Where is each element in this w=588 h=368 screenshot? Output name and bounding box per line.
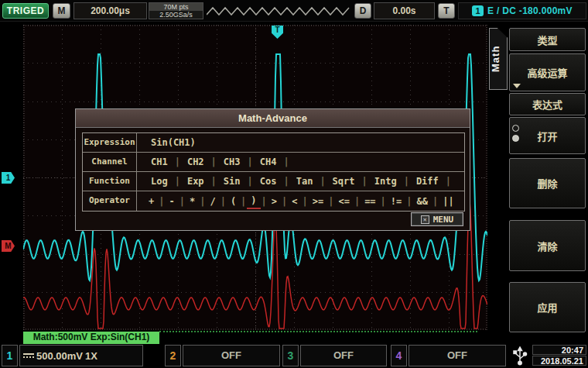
- expression-row: Expression Sin(CH1): [83, 133, 464, 153]
- option-+[interactable]: +: [145, 194, 158, 208]
- option-==[interactable]: ==: [361, 194, 379, 208]
- option-separator: |: [361, 176, 368, 187]
- sidebar-button-advanced-math[interactable]: 高级运算: [509, 53, 586, 91]
- sidebar-button-expression[interactable]: 表达式: [509, 93, 586, 115]
- option-<=[interactable]: <=: [334, 194, 353, 208]
- memory-depth: 70M pts: [149, 3, 203, 11]
- option->[interactable]: >: [268, 194, 281, 208]
- menu-button-label: MENU: [433, 215, 454, 225]
- chevron-down-icon: [513, 84, 521, 88]
- math-advance-dialog: Math-Advance Expression Sin(CH1) Channel…: [75, 108, 470, 231]
- option-CH3[interactable]: CH3: [217, 155, 247, 169]
- option-Log[interactable]: Log: [145, 174, 174, 188]
- math-level-marker[interactable]: M: [2, 240, 15, 252]
- option-separator: |: [405, 196, 412, 207]
- sample-rate: 2.50GSa/s: [149, 11, 203, 19]
- option-/[interactable]: /: [206, 194, 219, 208]
- expression-label: Expression: [83, 133, 137, 152]
- option-separator: |: [174, 156, 181, 167]
- ch3-status-box[interactable]: OFF: [300, 345, 387, 366]
- trigger-source-badge: 1: [472, 5, 484, 16]
- function-label: Function: [83, 172, 137, 191]
- option-separator: |: [240, 196, 247, 207]
- option-separator: |: [319, 176, 326, 187]
- option-separator: |: [174, 176, 181, 187]
- ch3-badge[interactable]: 3: [282, 345, 299, 366]
- sidebar-button-open[interactable]: 打开: [509, 117, 586, 154]
- option-([interactable]: (: [227, 194, 240, 208]
- radio-indicator: [512, 125, 519, 142]
- option-CH2[interactable]: CH2: [181, 155, 210, 169]
- option-Sin[interactable]: Sin: [217, 174, 247, 188]
- option-separator: |: [220, 196, 227, 207]
- menu-button[interactable]: ✕ MENU: [411, 212, 463, 226]
- ch4-badge[interactable]: 4: [391, 345, 407, 366]
- dialog-table: Expression Sin(CH1) Channel CH1|CH2|CH3|…: [82, 132, 465, 212]
- delay-readout[interactable]: 0.00s: [374, 2, 435, 19]
- option-&&[interactable]: &&: [413, 194, 432, 208]
- option-separator: |: [210, 176, 217, 187]
- trigger-menu-button[interactable]: T: [438, 3, 455, 19]
- option-Sin(CH1)[interactable]: Sin(CH1): [145, 136, 202, 150]
- top-status-bar: TRIGED M 200.00μs 70M pts 2.50GSa/s D 0.…: [0, 0, 588, 22]
- option-separator: |: [302, 196, 309, 207]
- delay-menu-button[interactable]: D: [354, 3, 371, 19]
- option-)[interactable]: ): [247, 194, 260, 209]
- option-Tan[interactable]: Tan: [290, 174, 320, 188]
- option-separator: |: [158, 196, 165, 207]
- option-Diff[interactable]: Diff: [410, 174, 445, 188]
- ch2-status-box[interactable]: OFF: [183, 345, 280, 366]
- ch1-status-box[interactable]: 500.00mV 1X: [19, 345, 143, 366]
- option-separator: |: [282, 176, 289, 187]
- timebase-readout[interactable]: 200.00μs: [74, 2, 147, 19]
- math-status-badge: Math:500mV Exp:Sin(CH1): [23, 332, 159, 344]
- option-separator: |: [247, 176, 254, 187]
- operator-label: Operator: [83, 191, 137, 211]
- sidebar-button-apply[interactable]: 应用: [509, 282, 586, 332]
- sidebar-button-delete[interactable]: 删除: [509, 158, 586, 208]
- option-separator: |: [281, 196, 288, 207]
- option-Sqrt[interactable]: Sqrt: [326, 174, 361, 188]
- option-!=[interactable]: !=: [387, 194, 405, 208]
- option-separator: |: [327, 196, 334, 207]
- ch4-status-box[interactable]: OFF: [409, 345, 506, 366]
- function-options[interactable]: Log|Exp|Sin|Cos|Tan|Sqrt|Intg|Diff|: [137, 172, 464, 191]
- acquisition-readout: 70M pts 2.50GSa/s: [149, 2, 203, 19]
- open-label: 打开: [537, 129, 557, 143]
- usb-icon: [511, 346, 529, 366]
- sidebar-button-clear[interactable]: 清除: [509, 220, 586, 271]
- option-||[interactable]: ||: [439, 194, 457, 208]
- horizontal-menu-button[interactable]: M: [53, 3, 70, 19]
- expression-value[interactable]: Sin(CH1): [137, 133, 464, 152]
- date-value: 2018.05.21: [532, 356, 586, 366]
- advanced-math-label: 高级运算: [527, 65, 567, 80]
- channel-options[interactable]: CH1|CH2|CH3|CH4|: [137, 153, 464, 171]
- option-CH4[interactable]: CH4: [254, 155, 283, 169]
- channel-label: Channel: [83, 153, 137, 171]
- operator-options[interactable]: +|-|*|/|(|)|>|<|>=|<=|==|!=|&&|||: [137, 191, 464, 211]
- option-CH1[interactable]: CH1: [145, 155, 174, 169]
- option-<[interactable]: <: [288, 194, 301, 208]
- trigger-info-readout[interactable]: 1 E / DC -180.000mV: [458, 2, 586, 19]
- option->=[interactable]: >=: [309, 194, 327, 208]
- ch2-badge[interactable]: 2: [165, 345, 181, 366]
- option-separator: |: [403, 176, 410, 187]
- option--[interactable]: -: [165, 194, 178, 208]
- close-icon: ✕: [421, 215, 429, 224]
- oscilloscope-screen: TRIGED M 200.00μs 70M pts 2.50GSa/s D 0.…: [0, 0, 588, 368]
- ch1-badge[interactable]: 1: [2, 345, 18, 366]
- waveform-strip-icon: [207, 5, 352, 17]
- trigger-status-badge: TRIGED: [2, 3, 49, 19]
- option-*[interactable]: *: [186, 194, 199, 208]
- option-Intg[interactable]: Intg: [368, 174, 403, 188]
- option-Exp[interactable]: Exp: [181, 174, 210, 188]
- ch1-level-marker[interactable]: 1: [2, 172, 15, 184]
- trigger-info-text: E / DC -180.000mV: [487, 5, 573, 16]
- tab-math[interactable]: Math: [489, 28, 508, 90]
- option-separator: |: [432, 196, 439, 207]
- sidebar-button-type[interactable]: 类型: [509, 28, 586, 51]
- option-Cos[interactable]: Cos: [254, 174, 283, 188]
- option-separator: |: [247, 156, 254, 167]
- radio-off-icon: [512, 125, 519, 132]
- ch1-scale: 500.00mV: [36, 350, 83, 362]
